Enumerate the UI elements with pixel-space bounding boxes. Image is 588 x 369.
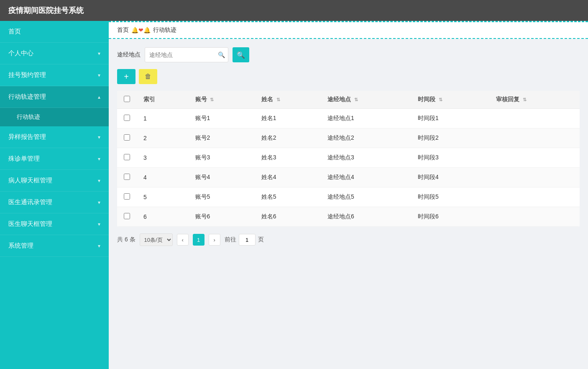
header-location[interactable]: 途经地点 ⇅ (321, 91, 411, 109)
sidebar-item-doctor-contacts[interactable]: 医生通讯录管理 ▾ (0, 192, 109, 213)
sidebar-item-system[interactable]: 系统管理 ▾ (0, 235, 109, 257)
sidebar-label-report: 异样报告管理 (8, 133, 46, 141)
row-checkbox-cell (117, 168, 137, 187)
row-checkbox-1[interactable] (124, 134, 130, 141)
chevron-down-icon: ▾ (98, 72, 100, 78)
breadcrumb-separator: 🔔❤🔔 (131, 27, 151, 33)
sidebar-item-prescription[interactable]: 殊诊单管理 ▾ (0, 148, 109, 170)
add-button[interactable]: + (117, 69, 135, 84)
chevron-down-icon: ▾ (98, 134, 100, 140)
row-checkbox-4[interactable] (124, 193, 130, 200)
search-button-icon: 🔍 (237, 51, 245, 59)
table-header-row: 索引 账号 ⇅ 姓名 ⇅ 途经地点 (117, 91, 580, 109)
cell-location-4: 途经地点5 (321, 187, 411, 207)
row-checkbox-0[interactable] (124, 115, 130, 121)
header-timeslot[interactable]: 时间段 ⇅ (411, 91, 489, 109)
content-area: 途经地点 🔍 🔍 + 🗑 (109, 39, 588, 256)
select-all-checkbox[interactable] (124, 96, 130, 102)
cell-review-4 (489, 187, 580, 207)
page-label: 页 (258, 236, 264, 243)
sidebar-item-patient-chat[interactable]: 病人聊天框管理 ▾ (0, 170, 109, 192)
row-checkbox-5[interactable] (124, 213, 130, 219)
sidebar-label-patient-chat: 病人聊天框管理 (8, 177, 52, 184)
sort-icon-name: ⇅ (276, 97, 280, 102)
cell-name-3: 姓名4 (255, 168, 321, 187)
cell-location-1: 途经地点2 (321, 128, 411, 148)
chevron-up-icon: ▴ (98, 94, 100, 100)
data-table-wrap: 索引 账号 ⇅ 姓名 ⇅ 途经地点 (117, 91, 580, 227)
cell-location-3: 途经地点4 (321, 168, 411, 187)
sidebar-item-home[interactable]: 首页 (0, 21, 109, 43)
data-table: 索引 账号 ⇅ 姓名 ⇅ 途经地点 (117, 91, 580, 227)
cell-account-2: 账号3 (189, 148, 255, 168)
table-body: 1 账号1 姓名1 途经地点1 时间段1 2 账号2 姓名2 途经地点2 时间段… (117, 109, 580, 227)
row-checkbox-cell (117, 148, 137, 168)
cell-review-1 (489, 128, 580, 148)
cell-timeslot-1: 时间段2 (411, 128, 489, 148)
sidebar-item-personal[interactable]: 个人中心 ▾ (0, 43, 109, 64)
search-bar: 途经地点 🔍 🔍 (117, 47, 580, 62)
sidebar-label-prescription: 殊诊单管理 (8, 155, 40, 163)
main-content: 首页 🔔❤🔔 行动轨迹 途经地点 🔍 🔍 + (109, 21, 588, 369)
pagination-goto: 前往 页 (225, 234, 264, 246)
cell-name-1: 姓名2 (255, 128, 321, 148)
breadcrumb-current[interactable]: 行动轨迹 (153, 26, 176, 34)
row-checkbox-cell (117, 207, 137, 227)
page-1-button[interactable]: 1 (193, 234, 205, 246)
sidebar-item-doctor-chat[interactable]: 医生聊天框管理 ▾ (0, 213, 109, 235)
sidebar: 首页 个人中心 ▾ 挂号预约管理 ▾ 行动轨迹管理 ▴ 行动轨迹 异样报告管理 … (0, 21, 109, 369)
cell-location-5: 途经地点6 (321, 207, 411, 227)
sidebar-label-home: 首页 (8, 28, 21, 36)
cell-index-1: 2 (137, 128, 189, 148)
breadcrumb-home[interactable]: 首页 (117, 26, 129, 34)
cell-account-0: 账号1 (189, 109, 255, 128)
cell-review-5 (489, 207, 580, 227)
add-icon: + (124, 72, 129, 82)
sort-icon-account: ⇅ (210, 97, 214, 102)
cell-timeslot-3: 时间段4 (411, 168, 489, 187)
sidebar-label-doctor-chat: 医生聊天框管理 (8, 220, 52, 228)
row-checkbox-cell (117, 128, 137, 148)
header-review[interactable]: 审核回复 ⇅ (489, 91, 580, 109)
chevron-down-icon: ▾ (98, 178, 100, 184)
goto-label: 前往 (225, 236, 236, 243)
cell-review-3 (489, 168, 580, 187)
search-button[interactable]: 🔍 (233, 47, 249, 62)
page-size-select[interactable]: 10条/页 20条/页 50条/页 (140, 233, 173, 246)
sort-icon-timeslot: ⇅ (439, 97, 442, 102)
table-row: 3 账号3 姓名3 途经地点3 时间段3 (117, 148, 580, 168)
row-checkbox-2[interactable] (124, 154, 130, 160)
chevron-down-icon: ▾ (98, 243, 100, 249)
delete-button[interactable]: 🗑 (139, 69, 157, 84)
next-page-button[interactable]: › (209, 234, 220, 246)
search-label: 途经地点 (117, 51, 141, 59)
cell-timeslot-0: 时间段1 (411, 109, 489, 128)
cell-account-1: 账号2 (189, 128, 255, 148)
chevron-down-icon: ▾ (98, 51, 100, 56)
sidebar-label-doctor-contacts: 医生通讯录管理 (8, 198, 52, 206)
search-inside-icon: 🔍 (218, 51, 225, 58)
sidebar-submenu-track: 行动轨迹 (0, 108, 109, 126)
row-checkbox-3[interactable] (124, 174, 130, 180)
pagination: 共 6 条 10条/页 20条/页 50条/页 ‹ 1 › 前往 页 (117, 227, 580, 248)
sidebar-item-track[interactable]: 行动轨迹管理 ▴ (0, 86, 109, 108)
cell-name-2: 姓名3 (255, 148, 321, 168)
header-name[interactable]: 姓名 ⇅ (255, 91, 321, 109)
cell-review-0 (489, 109, 580, 128)
cell-account-5: 账号6 (189, 207, 255, 227)
cell-timeslot-4: 时间段5 (411, 187, 489, 207)
sort-icon-location: ⇅ (354, 97, 358, 102)
sidebar-label-track: 行动轨迹管理 (8, 93, 46, 101)
sidebar-subitem-action-track[interactable]: 行动轨迹 (0, 108, 109, 126)
sidebar-item-appointment[interactable]: 挂号预约管理 ▾ (0, 64, 109, 86)
search-input[interactable] (145, 47, 228, 62)
cell-location-0: 途经地点1 (321, 109, 411, 128)
cell-name-5: 姓名6 (255, 207, 321, 227)
row-checkbox-cell (117, 187, 137, 207)
header-account[interactable]: 账号 ⇅ (189, 91, 255, 109)
sort-icon-review: ⇅ (523, 97, 527, 102)
prev-page-button[interactable]: ‹ (177, 234, 189, 246)
sidebar-item-report[interactable]: 异样报告管理 ▾ (0, 126, 109, 148)
sidebar-label-appointment: 挂号预约管理 (8, 71, 46, 79)
goto-input[interactable] (239, 234, 256, 246)
